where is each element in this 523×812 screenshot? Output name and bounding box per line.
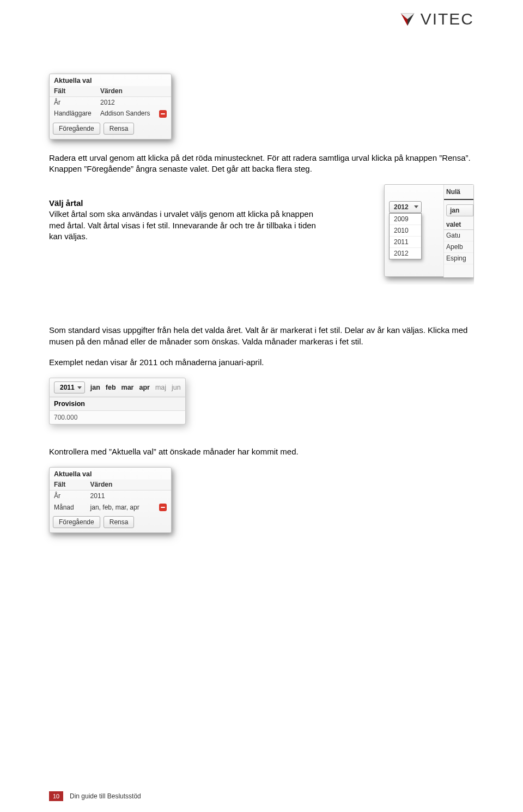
previous-button[interactable]: Föregående [53,123,100,135]
footer-title: Din guide till Beslutsstöd [70,792,141,800]
chevron-down-icon [77,386,82,389]
vitec-mark-icon [400,11,415,27]
clear-button[interactable]: Rensa [104,123,135,135]
panel-month-selector: 2011 jan feb mar apr maj jun Provision 7… [49,378,186,425]
table-row: Månad jan, feb, mar, apr [50,501,171,513]
year-dropdown-list: 2009 2010 2011 2012 [389,213,422,259]
chevron-down-icon [414,205,418,208]
month-item[interactable]: jun [172,384,181,391]
month-item[interactable]: jan [90,384,100,391]
selection-table: Fält Värden År 2012 Handläggare Addison … [50,86,171,119]
panel-aktuella-val-2: Aktuella val Fält Värden År 2011 Månad j… [49,467,172,533]
month-tab[interactable]: jan [446,204,473,216]
panel-year-dropdown: 2012 2009 2010 2011 2012 Nulä jan valet … [384,184,474,277]
panel-title: Aktuella val [50,74,171,86]
year-option[interactable]: 2010 [390,225,421,237]
table-row: Handläggare Addison Sanders [50,108,171,119]
clear-button[interactable]: Rensa [104,516,135,528]
col-values: Värden [86,480,155,490]
month-item[interactable]: mar [121,384,134,391]
brand-name: VITEC [421,10,474,28]
selection-table: Fält Värden År 2011 Månad jan, feb, mar,… [50,480,171,513]
provision-value: 700.000 [49,411,186,425]
panel-aktuella-val-1: Aktuella val Fält Värden År 2012 Handläg… [49,74,172,140]
year-combo[interactable]: 2012 [389,201,422,213]
year-option[interactable]: 2012 [390,248,421,259]
year-option[interactable]: 2011 [390,237,421,248]
col-field: Fält [50,480,86,490]
page-number: 10 [49,791,63,801]
paragraph: Exemplet nedan visar år 2011 och månader… [49,357,474,368]
year-combo[interactable]: 2011 [54,381,85,393]
month-item[interactable]: maj [155,384,166,391]
month-item[interactable]: feb [106,384,116,391]
months-list: jan feb mar apr maj jun [90,384,181,391]
brand-logo: VITEC [400,10,474,28]
col-values: Värden [96,86,155,97]
col-field: Fält [50,86,96,97]
table-row: År 2011 [50,490,171,502]
provision-label: Provision [49,397,186,411]
remove-selection-icon[interactable] [159,504,167,511]
paragraph: Som standard visas uppgifter från hela d… [49,325,474,347]
year-option[interactable]: 2009 [390,214,421,225]
panel-title: Aktuella val [50,468,171,480]
previous-button[interactable]: Föregående [53,516,100,528]
page-footer: 10 Din guide till Beslutsstöd [49,791,141,801]
paragraph: Vilket årtal som ska användas i urvalet … [49,209,321,242]
table-row: År 2012 [50,97,171,108]
cropped-right-panel: Nulä jan valet Gatu Apelb Esping [443,185,473,277]
paragraph: Radera ett urval genom att klicka på det… [49,153,474,175]
month-item[interactable]: apr [139,384,149,391]
paragraph: Kontrollera med ”Aktuella val” att önska… [49,446,474,457]
remove-selection-icon[interactable] [159,110,167,118]
